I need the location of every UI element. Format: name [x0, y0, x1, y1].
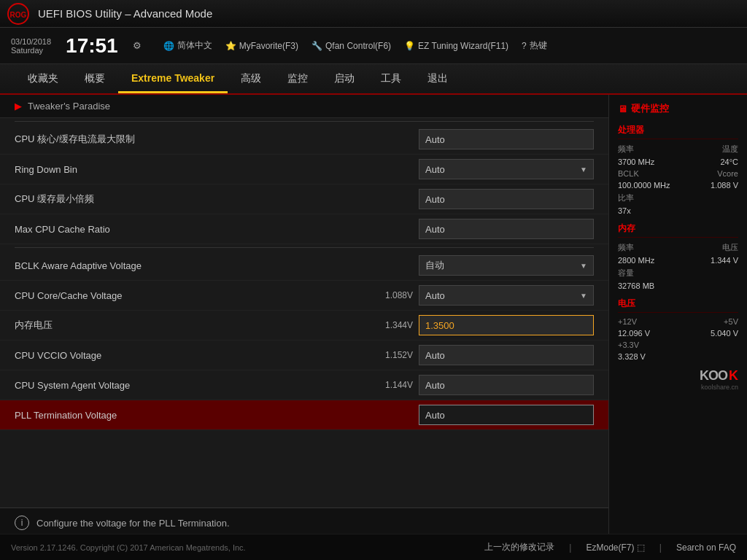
nav-boot[interactable]: 启动 — [321, 64, 368, 93]
setting-label-memory-voltage: 内存电压 — [15, 319, 373, 332]
vcore-label: Vcore — [717, 169, 738, 178]
setting-label-cpu-core-cache-voltage: CPU Core/Cache Voltage — [15, 290, 373, 301]
setting-label-cpu-cache-min-ratio: CPU 缓存最小倍频 — [15, 192, 419, 206]
last-change-link[interactable]: 上一次的修改记录 — [484, 541, 554, 553]
cpu-freq-label: 频率 — [618, 144, 634, 155]
setting-pll-termination[interactable]: PLL Termination Voltage Auto — [0, 400, 608, 430]
v12-label: +12V — [618, 317, 637, 326]
bclk-vcore-header: BCLK Vcore — [618, 169, 738, 178]
nav-overview[interactable]: 概要 — [71, 64, 118, 93]
setting-cpu-cache-min-ratio[interactable]: CPU 缓存最小倍频 Auto — [0, 184, 608, 214]
globe-icon: 🌐 — [163, 41, 174, 51]
setting-label-ring-down-bin: Ring Down Bin — [15, 164, 419, 175]
mem-freq-volt-values: 2800 MHz 1.344 V — [618, 256, 738, 265]
lightbulb-icon: 💡 — [404, 41, 415, 51]
hotkey-label: 热键 — [530, 39, 547, 52]
nav-favorites[interactable]: 收藏夹 — [15, 64, 71, 93]
nav-exit[interactable]: 退出 — [414, 64, 461, 93]
v33-label: +3.3V — [618, 341, 639, 349]
date-section: 03/10/2018 Saturday — [11, 37, 51, 55]
myfavorite-tool[interactable]: ⭐ MyFavorite(F3) — [225, 41, 298, 51]
vcore-value: 1.088 V — [711, 181, 738, 190]
content-area: ▶ Tweaker's Paradise CPU 核心/缓存电流最大限制 Aut… — [0, 95, 608, 560]
qfan-label: Qfan Control(F6) — [325, 41, 391, 51]
memory-voltage-input[interactable]: 1.3500 — [419, 315, 594, 335]
fan-icon: 🔧 — [311, 41, 322, 51]
ratio-value: 37x — [618, 206, 631, 215]
setting-ring-down-bin[interactable]: Ring Down Bin Auto ▼ — [0, 155, 608, 184]
cpu-cache-min-ratio-input[interactable]: Auto — [419, 189, 594, 209]
svg-text:ROG: ROG — [10, 11, 27, 19]
setting-control-memory-voltage: 1.3500 — [419, 315, 594, 335]
bclk-aware-dropdown[interactable]: 自动 ▼ — [419, 255, 594, 276]
cpu-core-cache-limit-input[interactable]: Auto — [419, 129, 594, 149]
mem-volt-value: 1.344 V — [711, 256, 738, 265]
navbar: 收藏夹 概要 Extreme Tweaker 高级 监控 启动 工具 退出 — [0, 64, 747, 95]
v33-value-row: 3.328 V — [618, 352, 738, 361]
monitor-icon: 🖥 — [618, 104, 627, 114]
search-faq-link[interactable]: Search on FAQ — [676, 542, 736, 553]
mem-freq-value: 2800 MHz — [618, 256, 654, 265]
v5-label: +5V — [724, 317, 738, 326]
bios-title: UEFI BIOS Utility – Advanced Mode — [38, 7, 212, 20]
question-icon: ? — [522, 41, 527, 51]
setting-cpu-core-cache-voltage[interactable]: CPU Core/Cache Voltage 1.088V Auto ▼ — [0, 281, 608, 311]
language-tool[interactable]: 🌐 简体中文 — [163, 39, 212, 52]
setting-memory-voltage[interactable]: 内存电压 1.344V 1.3500 — [0, 311, 608, 341]
day: Saturday — [11, 46, 51, 55]
setting-label-cpu-system-agent: CPU System Agent Voltage — [15, 380, 373, 391]
setting-max-cpu-cache-ratio[interactable]: Max CPU Cache Ratio Auto — [0, 214, 608, 244]
setting-label-cpu-core-cache-limit: CPU 核心/缓存电流最大限制 — [15, 133, 419, 146]
cpu-temp-label: 温度 — [722, 144, 738, 155]
setting-control-cpu-vccio: Auto — [419, 345, 594, 365]
v12-value: 12.096 V — [618, 329, 650, 338]
mem-capacity-label: 容量 — [618, 268, 634, 279]
cpu-core-cache-voltage-dropdown[interactable]: Auto ▼ — [419, 285, 594, 306]
setting-cpu-core-cache-limit[interactable]: CPU 核心/缓存电流最大限制 Auto — [0, 125, 608, 155]
breadcrumb-arrow: ▶ — [15, 101, 22, 112]
bclk-vcore-values: 100.0000 MHz 1.088 V — [618, 181, 738, 190]
setting-value-memory-voltage: 1.344V — [373, 320, 413, 330]
ez-tuning-tool[interactable]: 💡 EZ Tuning Wizard(F11) — [404, 41, 508, 51]
k-text: K — [729, 368, 738, 384]
footer-version: Version 2.17.1246. Copyright (C) 2017 Am… — [11, 543, 246, 552]
setting-control-cpu-core-cache-voltage: Auto ▼ — [419, 285, 594, 306]
ratio-header: 比率 — [618, 192, 738, 203]
cpu-system-agent-input[interactable]: Auto — [419, 375, 594, 395]
cpu-freq-temp-values: 3700 MHz 24°C — [618, 158, 738, 166]
memory-section-header: 内存 — [618, 222, 738, 238]
header: ROG UEFI BIOS Utility – Advanced Mode — [0, 0, 747, 28]
koolshare-logo: KOO K — [618, 368, 738, 384]
star-icon: ⭐ — [225, 41, 236, 51]
setting-control-cpu-system-agent: Auto — [419, 375, 594, 395]
ez-tuning-label: EZ Tuning Wizard(F11) — [418, 41, 508, 51]
mem-capacity-value: 32768 MB — [618, 281, 654, 290]
ez-mode-link[interactable]: EzMode(F7) ⬚ — [586, 542, 644, 553]
nav-advanced[interactable]: 高级 — [228, 64, 274, 93]
nav-extreme-tweaker[interactable]: Extreme Tweaker — [118, 64, 228, 93]
max-cpu-cache-ratio-input[interactable]: Auto — [419, 219, 594, 239]
top-tools: 🌐 简体中文 ⭐ MyFavorite(F3) 🔧 Qfan Control(F… — [163, 39, 547, 52]
setting-label-pll-termination: PLL Termination Voltage — [15, 410, 419, 421]
hotkey-tool[interactable]: ? 热键 — [522, 39, 547, 52]
pll-termination-input[interactable]: Auto — [419, 405, 594, 425]
info-text: Configure the voltage for the PLL Termin… — [36, 518, 230, 529]
setting-control-ring-down-bin: Auto ▼ — [419, 159, 594, 179]
setting-bclk-aware[interactable]: BCLK Aware Adaptive Voltage 自动 ▼ — [0, 251, 608, 281]
qfan-tool[interactable]: 🔧 Qfan Control(F6) — [311, 41, 391, 51]
setting-value-cpu-vccio: 1.152V — [373, 350, 413, 360]
cpu-vccio-input[interactable]: Auto — [419, 345, 594, 365]
nav-tools[interactable]: 工具 — [368, 64, 414, 93]
ring-down-bin-dropdown[interactable]: Auto ▼ — [419, 159, 594, 179]
setting-cpu-system-agent[interactable]: CPU System Agent Voltage 1.144V Auto — [0, 370, 608, 400]
gear-icon[interactable]: ⚙ — [133, 40, 142, 51]
mem-capacity-header: 容量 — [618, 268, 738, 279]
setting-control-cpu-core-cache-limit: Auto — [419, 129, 594, 149]
setting-control-cpu-cache-min-ratio: Auto — [419, 189, 594, 209]
nav-monitor[interactable]: 监控 — [274, 64, 321, 93]
myfavorite-label: MyFavorite(F3) — [239, 41, 298, 51]
setting-cpu-vccio[interactable]: CPU VCCIO Voltage 1.152V Auto — [0, 341, 608, 370]
footer: Version 2.17.1246. Copyright (C) 2017 Am… — [0, 534, 747, 560]
setting-value-cpu-core-cache-voltage: 1.088V — [373, 290, 413, 300]
mem-freq-label: 频率 — [618, 242, 634, 253]
